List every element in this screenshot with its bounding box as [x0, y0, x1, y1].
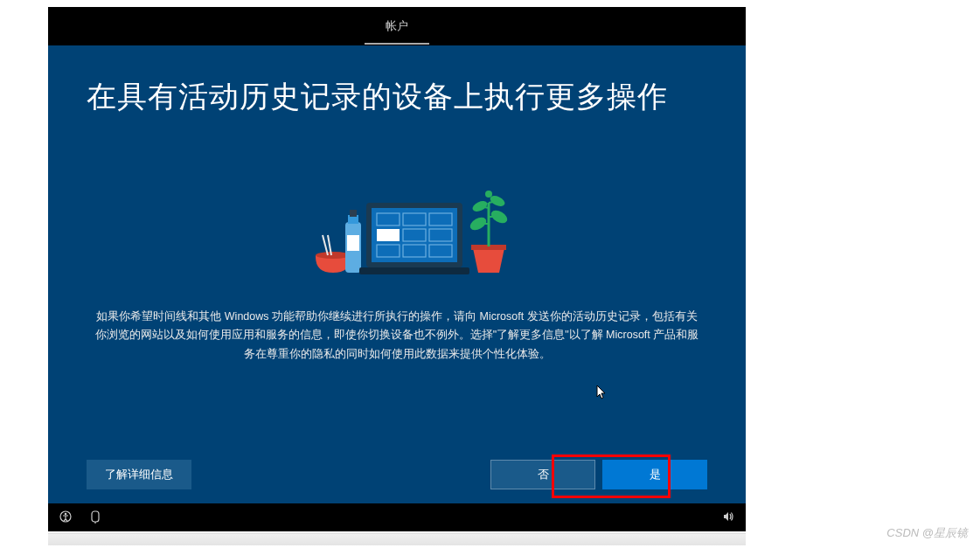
- tab-account[interactable]: 帐户: [365, 8, 429, 45]
- svg-rect-13: [377, 229, 400, 241]
- taskbar-hint: [48, 533, 746, 545]
- ime-icon[interactable]: [88, 510, 102, 526]
- top-bar: 帐户: [48, 7, 746, 45]
- volume-icon[interactable]: [721, 510, 735, 526]
- learn-more-button[interactable]: 了解详细信息: [87, 460, 191, 489]
- confirm-button-group: 否 是: [490, 460, 707, 489]
- description-text: 如果你希望时间线和其他 Windows 功能帮助你继续进行所执行的操作，请向 M…: [87, 308, 707, 364]
- svg-rect-5: [350, 210, 357, 217]
- svg-rect-9: [359, 267, 469, 274]
- oobe-setup-window: 帐户 在具有活动历史记录的设备上执行更多操作: [48, 7, 746, 531]
- no-button[interactable]: 否: [490, 460, 595, 489]
- page-heading: 在具有活动历史记录的设备上执行更多操作: [87, 77, 707, 117]
- watermark: CSDN @星辰镜: [886, 525, 968, 541]
- main-content: 在具有活动历史记录的设备上执行更多操作: [48, 45, 746, 531]
- accessibility-icon[interactable]: [59, 510, 73, 526]
- bottom-status-bar: [48, 503, 746, 531]
- svg-rect-6: [347, 235, 359, 251]
- button-row: 了解详细信息 否 是: [48, 460, 746, 489]
- svg-rect-32: [92, 511, 99, 522]
- yes-button[interactable]: 是: [602, 460, 707, 489]
- svg-point-25: [485, 191, 492, 198]
- activity-history-illustration: [261, 152, 532, 283]
- svg-point-31: [65, 512, 67, 515]
